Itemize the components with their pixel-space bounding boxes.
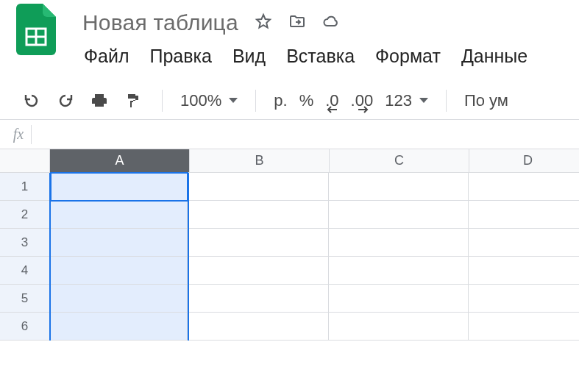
- format-as-currency-button[interactable]: р.: [274, 91, 287, 110]
- decrease-decimal-button[interactable]: .0: [325, 91, 338, 110]
- cell[interactable]: [51, 173, 188, 201]
- menu-format[interactable]: Формат: [375, 46, 441, 67]
- format-as-percent-button[interactable]: %: [299, 91, 314, 110]
- cell[interactable]: [469, 257, 579, 285]
- cell[interactable]: [469, 313, 579, 341]
- star-icon[interactable]: [255, 13, 272, 33]
- menu-insert[interactable]: Вставка: [286, 46, 355, 67]
- cell[interactable]: [189, 285, 329, 313]
- menu-file[interactable]: Файл: [84, 46, 129, 67]
- number-format-label: 123: [385, 91, 412, 110]
- cell[interactable]: [51, 313, 188, 341]
- cell[interactable]: [329, 285, 469, 313]
- cell[interactable]: [189, 313, 329, 341]
- zoom-value: 100%: [180, 91, 221, 110]
- toolbar-separator: [255, 90, 256, 112]
- row-header[interactable]: 4: [0, 257, 50, 285]
- cell[interactable]: [51, 257, 188, 285]
- font-dropdown[interactable]: По ум: [464, 91, 508, 110]
- undo-button[interactable]: [21, 90, 43, 112]
- toolbar-separator: [446, 90, 447, 112]
- row-header[interactable]: 2: [0, 201, 50, 229]
- menu-view[interactable]: Вид: [232, 46, 266, 67]
- cloud-status-icon[interactable]: [322, 13, 340, 33]
- chevron-down-icon: [229, 98, 238, 103]
- cell[interactable]: [469, 285, 579, 313]
- move-to-folder-icon[interactable]: [288, 13, 306, 33]
- cell[interactable]: [469, 201, 579, 229]
- menu-data[interactable]: Данные: [461, 46, 528, 67]
- cell[interactable]: [469, 173, 579, 201]
- cell[interactable]: [329, 173, 469, 201]
- select-all-corner[interactable]: [0, 149, 50, 173]
- number-format-dropdown[interactable]: 123: [385, 91, 428, 110]
- formula-bar: fx: [0, 120, 579, 149]
- fx-separator: [31, 125, 32, 144]
- cell[interactable]: [51, 201, 188, 229]
- cell[interactable]: [189, 229, 329, 257]
- column-header-c[interactable]: C: [330, 149, 469, 173]
- cell[interactable]: [189, 173, 329, 201]
- formula-input[interactable]: [38, 120, 579, 149]
- toolbar-separator: [162, 90, 163, 112]
- zoom-dropdown[interactable]: 100%: [180, 91, 238, 110]
- menu-edit[interactable]: Правка: [149, 46, 211, 67]
- document-title[interactable]: Новая таблица: [82, 10, 238, 35]
- paint-format-button[interactable]: [122, 90, 144, 112]
- print-button[interactable]: [88, 90, 110, 112]
- chevron-down-icon: [419, 98, 428, 103]
- cell[interactable]: [51, 229, 188, 257]
- fx-label: fx: [6, 126, 31, 143]
- row-header[interactable]: 1: [0, 173, 50, 201]
- cell[interactable]: [469, 229, 579, 257]
- menu-bar: Файл Правка Вид Вставка Формат Данные: [0, 38, 579, 71]
- spreadsheet-grid: A B C D 1 2 3 4 5 6: [0, 149, 579, 341]
- cell[interactable]: [329, 229, 469, 257]
- cell[interactable]: [329, 201, 469, 229]
- row-header[interactable]: 3: [0, 229, 50, 257]
- cell[interactable]: [329, 313, 469, 341]
- row-header[interactable]: 5: [0, 285, 50, 313]
- cell[interactable]: [189, 201, 329, 229]
- toolbar: 100% р. % .0 .00 123 По ум: [0, 82, 579, 120]
- column-header-b[interactable]: B: [190, 149, 330, 173]
- cell[interactable]: [189, 257, 329, 285]
- sheets-app-icon[interactable]: [16, 4, 56, 55]
- redo-button[interactable]: [54, 90, 77, 112]
- cell[interactable]: [51, 285, 188, 313]
- column-header-d[interactable]: D: [469, 149, 579, 173]
- row-header[interactable]: 6: [0, 313, 50, 341]
- increase-decimal-button[interactable]: .00: [351, 91, 374, 110]
- cell[interactable]: [329, 257, 469, 285]
- column-header-a[interactable]: A: [50, 149, 190, 173]
